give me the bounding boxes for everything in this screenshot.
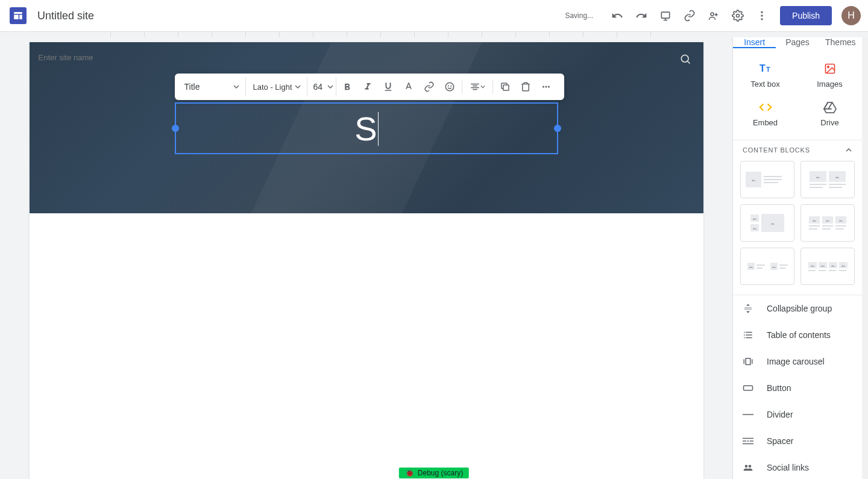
svg-point-6	[681, 55, 688, 62]
svg-point-1	[711, 13, 714, 16]
settings-button[interactable]	[726, 4, 750, 28]
app-logo[interactable]	[10, 7, 27, 24]
svg-rect-21	[743, 438, 753, 439]
title-text[interactable]: S	[354, 109, 377, 148]
tab-insert[interactable]: Insert	[733, 37, 776, 48]
tab-themes[interactable]: Themes	[819, 37, 862, 48]
button-icon	[743, 384, 755, 392]
insert-embed[interactable]: Embed	[733, 94, 797, 133]
page-canvas[interactable]: Title Lato - Light 64	[30, 42, 703, 479]
svg-rect-22	[743, 440, 746, 442]
delete-button[interactable]	[516, 77, 535, 96]
spacer-icon	[743, 437, 755, 445]
block-three-cols[interactable]	[800, 204, 855, 242]
svg-text:T: T	[760, 63, 766, 74]
text-color-button[interactable]	[399, 77, 418, 96]
svg-point-7	[445, 83, 454, 91]
font-family-value: Lato - Light	[253, 83, 292, 92]
insert-button[interactable]: Button	[733, 375, 862, 401]
svg-point-4	[761, 14, 763, 16]
images-icon	[823, 61, 837, 76]
resize-handle-left[interactable]	[172, 125, 179, 132]
more-format-button[interactable]	[536, 77, 556, 96]
text-style-value: Title	[184, 82, 200, 92]
svg-text:T: T	[766, 66, 770, 73]
text-box-icon: TT	[758, 61, 773, 76]
search-icon[interactable]	[677, 51, 694, 67]
title-text-box[interactable]: S	[175, 102, 558, 154]
svg-point-9	[450, 86, 451, 86]
sidebar-tabs: Insert Pages Themes	[733, 37, 862, 48]
collapsible-icon	[743, 303, 755, 314]
chevron-up-icon	[845, 146, 852, 154]
bug-icon: 🐞	[405, 469, 414, 477]
block-four-small[interactable]	[800, 248, 855, 285]
publish-button[interactable]: Publish	[780, 6, 832, 25]
font-size-value: 64	[313, 82, 323, 92]
font-size-select[interactable]: 64	[309, 77, 336, 96]
insert-label: Images	[817, 80, 843, 89]
preview-button[interactable]	[653, 4, 678, 28]
copy-link-button[interactable]	[678, 4, 702, 28]
insert-collapsible-group[interactable]: Collapsible group	[733, 295, 862, 322]
insert-carousel[interactable]: Image carousel	[733, 348, 862, 375]
top-bar: Untitled site Saving... Publish H	[0, 0, 868, 32]
undo-button[interactable]	[605, 4, 629, 28]
social-icon	[743, 463, 755, 472]
content-blocks-header[interactable]: CONTENT BLOCKS	[733, 140, 862, 158]
hero-section[interactable]: Title Lato - Light 64	[30, 42, 703, 213]
chevron-down-icon	[327, 84, 333, 90]
svg-point-17	[827, 66, 829, 67]
redo-button[interactable]	[629, 4, 653, 28]
block-two-images[interactable]	[800, 161, 855, 198]
svg-point-13	[548, 86, 550, 88]
right-sidebar: Insert Pages Themes TT Text box Images E…	[732, 37, 862, 479]
insert-divider[interactable]: Divider	[733, 401, 862, 428]
document-title[interactable]: Untitled site	[37, 10, 94, 22]
bold-button[interactable]	[338, 77, 357, 96]
svg-point-11	[542, 86, 544, 88]
svg-rect-23	[747, 440, 749, 442]
insert-social-links[interactable]: Social links	[733, 454, 862, 479]
account-avatar[interactable]: H	[841, 6, 861, 25]
insert-label: Drive	[820, 118, 838, 127]
insert-text-box[interactable]: TT Text box	[733, 55, 797, 94]
content-blocks-grid	[733, 158, 862, 295]
resize-handle-right[interactable]	[554, 125, 561, 132]
insert-components-list: Collapsible group Table of contents Imag…	[733, 295, 862, 479]
insert-images[interactable]: Images	[797, 55, 862, 94]
insert-spacer[interactable]: Spacer	[733, 428, 862, 454]
scrollbar[interactable]	[862, 37, 868, 479]
svg-point-2	[737, 14, 740, 17]
saving-status: Saving...	[565, 11, 593, 20]
svg-point-27	[749, 465, 752, 468]
svg-point-5	[761, 18, 763, 20]
divider-icon	[743, 413, 755, 416]
block-gallery[interactable]	[740, 204, 794, 242]
debug-pill[interactable]: 🐞 Debug (scary)	[399, 468, 469, 478]
site-name-input[interactable]	[39, 53, 140, 62]
svg-point-12	[545, 86, 547, 88]
svg-rect-19	[744, 386, 753, 390]
italic-button[interactable]	[358, 77, 377, 96]
canvas-area: Title Lato - Light 64	[0, 37, 732, 479]
underline-button[interactable]	[379, 77, 398, 96]
svg-point-3	[761, 11, 763, 13]
insert-label: Text box	[750, 80, 779, 89]
tab-pages[interactable]: Pages	[776, 37, 819, 48]
block-image-text[interactable]	[740, 161, 794, 198]
insert-drive[interactable]: Drive	[797, 94, 862, 133]
more-button[interactable]	[750, 4, 774, 28]
block-two-feature[interactable]	[740, 248, 794, 285]
insert-label: Embed	[753, 118, 778, 127]
font-family-select[interactable]: Lato - Light	[247, 77, 307, 96]
svg-rect-20	[743, 414, 753, 415]
duplicate-button[interactable]	[495, 77, 515, 96]
share-button[interactable]	[702, 4, 726, 28]
align-button[interactable]	[465, 77, 490, 96]
svg-point-26	[745, 465, 748, 468]
insert-toc[interactable]: Table of contents	[733, 322, 862, 348]
insert-link-button[interactable]	[420, 77, 439, 96]
text-style-select[interactable]: Title	[178, 77, 246, 96]
emoji-button[interactable]	[440, 77, 459, 96]
